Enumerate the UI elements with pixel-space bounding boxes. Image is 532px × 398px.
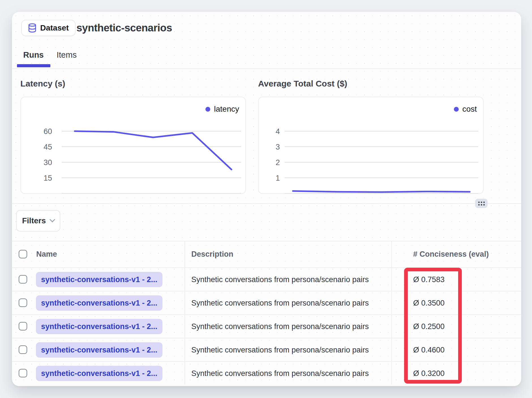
svg-text:3: 3 [276, 143, 280, 151]
run-description: Synthetic conversations from persona/sce… [191, 362, 369, 385]
cost-chart: 1234 cost [258, 97, 484, 194]
section-divider [12, 203, 521, 204]
table-row[interactable]: synthetic-conversations-v1 - 2... Synthe… [12, 338, 521, 362]
cost-chart-title: Average Total Cost ($) [258, 79, 347, 88]
tab-runs[interactable]: Runs [23, 50, 44, 60]
resize-handle[interactable] [475, 199, 488, 208]
grip-dots-icon [478, 202, 485, 206]
row-checkbox[interactable] [19, 345, 27, 354]
cost-legend-label: cost [462, 105, 477, 114]
cost-legend: cost [454, 105, 477, 114]
latency-legend-dot [205, 107, 210, 112]
svg-text:60: 60 [44, 127, 52, 136]
run-description: Synthetic conversations from persona/sce… [191, 315, 369, 338]
latency-legend: latency [205, 105, 239, 114]
badge-label: Dataset [40, 23, 69, 33]
svg-text:2: 2 [276, 158, 280, 167]
run-conciseness-value: Ø 0.2500 [413, 315, 445, 338]
table-row[interactable]: synthetic-conversations-v1 - 2... Synthe… [12, 291, 521, 315]
row-checkbox[interactable] [19, 369, 27, 377]
row-checkbox[interactable] [19, 298, 27, 307]
cost-chart-plot: 1234 [259, 97, 483, 193]
tab-items[interactable]: Items [57, 50, 77, 60]
header-divider [12, 68, 521, 69]
dataset-badge: Dataset [21, 20, 76, 36]
select-all-checkbox[interactable] [19, 250, 27, 258]
latency-legend-label: latency [214, 105, 239, 114]
column-header-conciseness[interactable]: # Conciseness (eval) [413, 241, 489, 267]
run-name-link[interactable]: synthetic-conversations-v1 - 2... [36, 272, 162, 287]
svg-text:1: 1 [276, 174, 280, 182]
table-row[interactable]: synthetic-conversations-v1 - 2... Synthe… [12, 268, 521, 291]
svg-text:4: 4 [276, 127, 280, 136]
run-name-link[interactable]: synthetic-conversations-v1 - 2... [36, 295, 162, 311]
column-header-name[interactable]: Name [36, 241, 57, 267]
table-row[interactable]: synthetic-conversations-v1 - 2... Synthe… [12, 362, 521, 385]
latency-chart-title: Latency (s) [20, 79, 65, 88]
filters-button[interactable]: Filters [16, 210, 60, 232]
database-icon [28, 23, 37, 33]
run-conciseness-value: Ø 0.3500 [413, 291, 445, 315]
table-row[interactable]: synthetic-conversations-v1 - 2... Synthe… [12, 315, 521, 338]
row-checkbox[interactable] [19, 275, 27, 284]
run-description: Synthetic conversations from persona/sce… [191, 291, 369, 315]
run-conciseness-value: Ø 0.7583 [413, 268, 445, 291]
svg-text:45: 45 [44, 143, 52, 151]
run-conciseness-value: Ø 0.4600 [413, 338, 445, 362]
active-tab-underline [17, 64, 50, 67]
page-title: synthetic-scenarios [76, 20, 172, 36]
table-body: synthetic-conversations-v1 - 2... Synthe… [12, 268, 521, 385]
latency-chart: 15304560 latency [20, 97, 246, 194]
run-conciseness-value: Ø 0.3200 [413, 362, 445, 385]
column-header-description[interactable]: Description [191, 241, 233, 267]
cost-legend-dot [454, 107, 459, 112]
row-checkbox[interactable] [19, 322, 27, 330]
filters-label: Filters [22, 216, 46, 225]
svg-text:30: 30 [44, 158, 52, 167]
run-name-link[interactable]: synthetic-conversations-v1 - 2... [36, 319, 162, 334]
run-description: Synthetic conversations from persona/sce… [191, 268, 369, 291]
run-name-link[interactable]: synthetic-conversations-v1 - 2... [36, 342, 162, 358]
run-name-link[interactable]: synthetic-conversations-v1 - 2... [36, 366, 162, 381]
run-description: Synthetic conversations from persona/sce… [191, 338, 369, 362]
chevron-down-icon [50, 217, 55, 222]
dataset-card: Dataset synthetic-scenarios Runs Items L… [12, 12, 521, 386]
svg-text:15: 15 [44, 174, 52, 182]
